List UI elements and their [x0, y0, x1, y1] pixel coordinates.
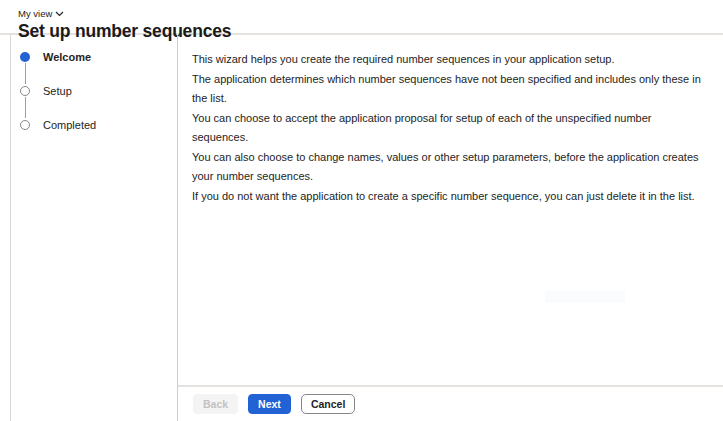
welcome-paragraph: You can also choose to change names, val…	[192, 148, 703, 187]
welcome-paragraph: The application determines which number …	[192, 70, 703, 109]
faint-highlight-artifact	[545, 291, 625, 303]
view-switcher[interactable]: My view	[18, 8, 64, 19]
step-empty-circle-icon	[20, 120, 30, 130]
cancel-button[interactable]: Cancel	[301, 394, 355, 415]
step-connector	[25, 97, 26, 118]
step-label: Setup	[43, 85, 72, 97]
next-button[interactable]: Next	[248, 394, 291, 415]
step-setup: Setup	[20, 85, 177, 96]
step-welcome: Welcome	[20, 51, 177, 62]
wizard-main-panel: This wizard helps you create the require…	[178, 35, 723, 421]
wizard-body: Welcome Setup Completed This wizard help…	[0, 35, 723, 421]
step-completed: Completed	[20, 119, 177, 130]
wizard-step-rail: Welcome Setup Completed	[10, 35, 178, 421]
step-filled-dot-icon	[20, 52, 30, 62]
view-switcher-label: My view	[18, 8, 52, 19]
step-connector	[25, 63, 26, 84]
welcome-paragraph: This wizard helps you create the require…	[192, 50, 703, 70]
step-empty-circle-icon	[20, 86, 30, 96]
back-button[interactable]: Back	[193, 394, 238, 415]
welcome-paragraph: If you do not want the application to cr…	[192, 187, 703, 207]
step-label: Welcome	[43, 51, 91, 63]
page-header: My view Set up number sequences	[0, 0, 723, 33]
welcome-text-block: This wizard helps you create the require…	[178, 35, 723, 385]
chevron-down-icon	[55, 11, 64, 17]
welcome-paragraph: You can choose to accept the application…	[192, 109, 703, 148]
step-label: Completed	[43, 119, 96, 131]
wizard-footer: Back Next Cancel	[178, 385, 723, 421]
